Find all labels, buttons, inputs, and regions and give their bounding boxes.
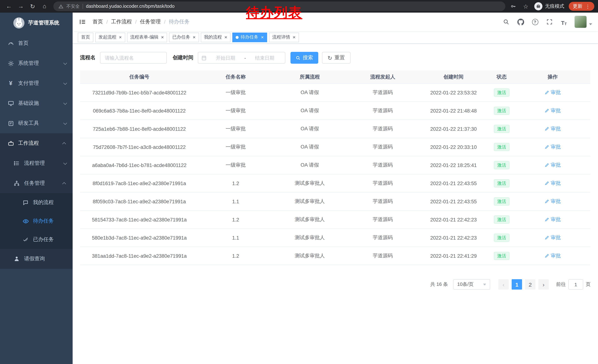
tab-todo-tasks[interactable]: 待办任务×	[233, 32, 267, 42]
page-size-select[interactable]: 10条/页	[453, 279, 490, 290]
approve-link[interactable]: 审批	[544, 180, 561, 187]
cell-created: 2022-01-21 22:43:55	[419, 199, 488, 204]
tab-process-detail[interactable]: 流程详情×	[269, 32, 299, 42]
tab-my-process[interactable]: 我的流程×	[201, 32, 231, 42]
sidebar-item-workflow[interactable]: 工作流程	[0, 133, 73, 153]
cell-created: 2022-01-22 23:53:32	[419, 90, 488, 95]
monitor-icon	[8, 100, 14, 107]
cell-initiator: 芋道源码	[347, 126, 419, 132]
close-icon[interactable]: ×	[261, 35, 264, 40]
sidebar-item-home[interactable]: 首页	[0, 33, 73, 53]
cell-status: 激活	[488, 197, 515, 206]
back-icon[interactable]: ←	[4, 1, 14, 11]
font-size-icon[interactable]: TT	[560, 18, 568, 26]
search-button[interactable]: 搜索	[291, 52, 318, 64]
sidebar-item-todo-tasks[interactable]: 待办任务	[0, 212, 73, 230]
status-badge: 激活	[494, 161, 509, 170]
edit-pencil-icon	[544, 90, 549, 95]
prev-page-button[interactable]: ‹	[498, 279, 509, 290]
sidebar-collapse-icon[interactable]	[79, 18, 87, 26]
approve-link[interactable]: 审批	[544, 216, 561, 223]
cell-task-id: 8f059c03-7ac8-11ec-a9e2-a2380e71991a	[80, 199, 199, 204]
sidebar-item-leave-query[interactable]: 请假查询	[0, 249, 73, 269]
close-icon[interactable]: ×	[161, 35, 164, 40]
warning-icon	[58, 4, 63, 9]
main-area: 首页 / 工作流程 / 任务管理 / 待办任务 ? TT	[73, 13, 598, 364]
date-range-picker[interactable]: -	[198, 52, 285, 64]
approve-link[interactable]: 审批	[544, 89, 561, 96]
cell-task-id: 58154733-7ac8-11ec-a9e2-a2380e71991a	[80, 217, 199, 222]
sidebar-item-label: 研发工具	[18, 120, 39, 127]
security-warning-label[interactable]: 不安全	[66, 3, 80, 9]
end-date-input[interactable]	[247, 55, 282, 61]
cell-action: 审批	[515, 216, 590, 223]
approve-link[interactable]: 审批	[544, 144, 561, 150]
breadcrumb-item-home[interactable]: 首页	[93, 18, 103, 25]
home-icon[interactable]: ⌂	[39, 1, 50, 11]
table-body: 73211d9d-7b9b-11ec-b5b7-acde48001122 一级审…	[80, 84, 590, 265]
close-icon[interactable]: ×	[119, 35, 122, 40]
start-date-input[interactable]	[208, 55, 243, 61]
forward-icon[interactable]: →	[16, 1, 26, 11]
status-badge: 激活	[494, 215, 509, 224]
avatar[interactable]	[574, 16, 587, 28]
sidebar-item-label: 系统管理	[18, 60, 39, 67]
approve-link[interactable]: 审批	[544, 162, 561, 169]
fullscreen-icon[interactable]	[545, 18, 554, 26]
update-button[interactable]: 更新 ⋮	[569, 2, 594, 11]
incognito-icon	[534, 2, 542, 10]
sidebar-item-payment[interactable]: ¥ 支付管理	[0, 73, 73, 93]
breadcrumb-item-workflow[interactable]: 工作流程	[111, 18, 132, 25]
approve-link[interactable]: 审批	[544, 235, 561, 241]
process-name-input[interactable]	[100, 52, 167, 64]
next-page-button[interactable]: ›	[538, 279, 549, 290]
browser-menu-icon[interactable]: ⋮	[585, 4, 590, 9]
tab-process-form-edit[interactable]: 流程表单-编辑×	[127, 32, 167, 42]
status-badge: 激活	[494, 125, 509, 133]
app-logo[interactable]: 芋道管理系统	[0, 13, 73, 33]
tab-home[interactable]: 首页	[78, 32, 93, 42]
column-process: 所属流程	[273, 73, 347, 80]
sidebar-item-devtools[interactable]: 研发工具	[0, 113, 73, 133]
close-icon[interactable]: ×	[224, 35, 227, 40]
sidebar-item-infrastructure[interactable]: 基础设施	[0, 93, 73, 113]
breadcrumb-item-task-management[interactable]: 任务管理	[140, 18, 161, 25]
chevron-up-icon	[62, 182, 66, 186]
cell-process: 测试多审批人	[273, 180, 347, 187]
approve-link[interactable]: 审批	[544, 252, 561, 259]
goto-page-input[interactable]	[568, 279, 583, 290]
chevron-down-icon	[63, 101, 67, 105]
help-icon[interactable]: ?	[531, 18, 539, 26]
bookmark-star-icon[interactable]: ☆	[522, 2, 530, 10]
close-icon[interactable]: ×	[293, 35, 295, 40]
sidebar-item-process-management[interactable]: 流程管理	[0, 153, 73, 173]
page-button-2[interactable]: 2	[525, 279, 535, 290]
tab-start-process[interactable]: 发起流程×	[95, 32, 125, 42]
sidebar-item-system[interactable]: 系统管理	[0, 53, 73, 73]
org-branch-icon	[13, 180, 20, 187]
password-key-icon[interactable]	[509, 2, 517, 10]
page-button-1[interactable]: 1	[512, 279, 522, 290]
approve-link[interactable]: 审批	[544, 126, 561, 132]
sidebar-item-task-management[interactable]: 任务管理	[0, 173, 73, 193]
cell-initiator: 芋道源码	[347, 216, 419, 223]
approve-link[interactable]: 审批	[544, 198, 561, 205]
sidebar-item-my-process[interactable]: 我的流程	[0, 193, 73, 212]
chevron-down-icon	[63, 81, 67, 85]
reset-button[interactable]: ↻ 重置	[322, 52, 350, 64]
github-icon[interactable]	[516, 18, 525, 26]
sidebar-item-label: 支付管理	[18, 80, 39, 87]
status-badge: 激活	[494, 252, 509, 260]
tab-done-tasks[interactable]: 已办任务×	[169, 32, 199, 42]
chevron-down-icon	[589, 23, 592, 25]
url-text[interactable]: dashboard.yudao.iocoder.cn/bpm/task/todo	[86, 4, 174, 9]
user-menu[interactable]	[574, 16, 592, 28]
briefcase-icon	[8, 140, 14, 147]
close-icon[interactable]: ×	[193, 35, 195, 40]
reload-icon[interactable]: ↻	[27, 1, 38, 11]
cell-task-name: 1.1	[199, 235, 273, 241]
approve-link[interactable]: 审批	[544, 107, 561, 114]
sidebar-item-done-tasks[interactable]: 已办任务	[0, 230, 73, 249]
chevron-down-icon	[483, 283, 486, 285]
search-icon[interactable]	[502, 18, 510, 26]
